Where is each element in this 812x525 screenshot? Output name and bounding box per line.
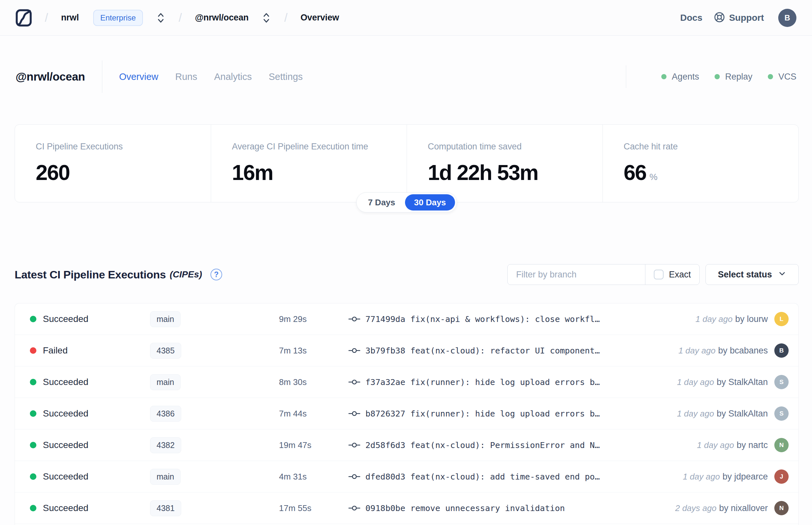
tab-runs[interactable]: Runs bbox=[175, 72, 198, 82]
exact-label: Exact bbox=[669, 270, 691, 280]
cipe-row[interactable]: Succeeded438117m 55s0918b0be remove unne… bbox=[15, 493, 798, 524]
section-title-suffix: (CIPEs) bbox=[170, 269, 202, 280]
green-dot-icon bbox=[661, 74, 667, 79]
branch-filter-input[interactable] bbox=[508, 265, 645, 285]
time-ago-label: 2 days ago bbox=[675, 503, 717, 513]
stat-value: 1d 22h 53m bbox=[428, 160, 602, 185]
row-meta: 1 day agoby lourw bbox=[695, 314, 768, 324]
breadcrumb-workspace[interactable]: nrwl bbox=[61, 13, 79, 23]
branch-column: 4386 bbox=[150, 406, 279, 422]
git-commit-icon bbox=[349, 441, 360, 449]
status-dot-icon bbox=[30, 505, 36, 511]
green-dot-icon bbox=[715, 74, 720, 79]
cipe-row[interactable]: Succeededmain8m 30sf37a32ae fix(runner):… bbox=[15, 366, 798, 398]
commit-message: dfed80d3 feat(nx-cloud): add time-saved … bbox=[365, 472, 683, 481]
cipe-row[interactable]: Failed43857m 13s3b79fb38 feat(nx-cloud):… bbox=[15, 335, 798, 366]
row-meta: 2 days agoby nixallover bbox=[675, 503, 768, 513]
breadcrumb-separator: / bbox=[45, 11, 48, 25]
git-commit-icon bbox=[349, 505, 360, 512]
duration-label: 7m 13s bbox=[279, 346, 349, 356]
chevron-down-icon bbox=[778, 269, 786, 280]
header-divider bbox=[102, 60, 102, 93]
commit-message: 2d58f6d3 feat(nx-cloud): PermissionError… bbox=[365, 440, 697, 450]
time-ago-label: 1 day ago bbox=[683, 472, 720, 481]
docs-link[interactable]: Docs bbox=[680, 13, 702, 23]
duration-label: 17m 55s bbox=[279, 503, 349, 513]
nx-cloud-logo-icon[interactable] bbox=[16, 9, 32, 27]
status-label: Succeeded bbox=[43, 408, 150, 419]
author-avatar: N bbox=[774, 438, 788, 452]
cipe-row[interactable]: Succeededmain9m 29s771499da fix(nx-api &… bbox=[15, 303, 798, 335]
toggle-7-days[interactable]: 7 Days bbox=[358, 194, 405, 211]
workspace-switcher-chevrons-icon[interactable] bbox=[156, 12, 166, 24]
time-ago-label: 1 day ago bbox=[677, 377, 714, 387]
branch-column: 4385 bbox=[150, 343, 279, 359]
row-meta: 1 day agoby jdpearce bbox=[683, 472, 768, 482]
commit-message: 0918b0be remove unnecessary invalidation bbox=[365, 503, 675, 513]
branch-filter-group: Exact bbox=[507, 264, 700, 285]
tab-settings[interactable]: Settings bbox=[269, 72, 303, 82]
author-label: by lourw bbox=[735, 314, 768, 324]
status-label: Succeeded bbox=[43, 377, 150, 387]
duration-label: 4m 31s bbox=[279, 472, 349, 482]
stat-value: 66% bbox=[624, 160, 798, 185]
indicator-vcs: VCS bbox=[768, 72, 796, 82]
author-avatar: N bbox=[774, 501, 788, 515]
indicator-replay: Replay bbox=[715, 72, 752, 82]
cipe-row[interactable]: Succeeded43867m 44sb8726327 fix(runner):… bbox=[15, 398, 798, 430]
period-toggle: 7 Days 30 Days bbox=[356, 192, 457, 212]
green-dot-icon bbox=[768, 74, 773, 79]
feature-indicators: Agents Replay VCS bbox=[626, 65, 796, 88]
tab-overview[interactable]: Overview bbox=[119, 72, 158, 82]
exact-checkbox[interactable] bbox=[654, 270, 663, 280]
author-avatar: L bbox=[774, 312, 788, 326]
enterprise-badge: Enterprise bbox=[93, 10, 143, 26]
branch-badge: 4385 bbox=[150, 343, 181, 359]
toggle-30-days[interactable]: 30 Days bbox=[405, 194, 455, 211]
section-title: Latest CI Pipeline Executions bbox=[15, 268, 166, 281]
author-avatar: B bbox=[774, 343, 788, 358]
breadcrumb-separator: / bbox=[179, 11, 182, 25]
row-meta: 1 day agoby StalkAltan bbox=[677, 409, 768, 419]
git-commit-icon bbox=[349, 410, 360, 417]
status-label: Succeeded bbox=[43, 314, 150, 324]
branch-badge: 4381 bbox=[150, 500, 181, 516]
status-dot-icon bbox=[30, 442, 36, 448]
commit-message: f37a32ae fix(runner): hide log upload er… bbox=[365, 377, 677, 387]
row-meta: 1 day agoby bcabanes bbox=[678, 346, 768, 356]
branch-badge: main bbox=[150, 469, 181, 485]
user-avatar[interactable]: B bbox=[778, 9, 796, 27]
stats-cards: CI Pipeline Executions 260 Average CI Pi… bbox=[15, 124, 799, 202]
project-tabs: Overview Runs Analytics Settings bbox=[119, 72, 303, 82]
author-label: by StalkAltan bbox=[717, 409, 768, 418]
branch-badge: 4386 bbox=[150, 406, 181, 422]
status-select-dropdown[interactable]: Select status bbox=[705, 264, 799, 285]
branch-badge: 4382 bbox=[150, 437, 181, 453]
stat-value: 260 bbox=[36, 160, 211, 185]
status-dot-icon bbox=[30, 410, 36, 417]
branch-column: main bbox=[150, 469, 279, 485]
top-navbar: / nrwl Enterprise / @nrwl/ocean / Overvi… bbox=[0, 0, 812, 36]
branch-column: main bbox=[150, 311, 279, 327]
support-link[interactable]: Support bbox=[714, 11, 764, 24]
author-label: by StalkAltan bbox=[717, 377, 768, 387]
commit-message: 3b79fb38 feat(nx-cloud): refactor UI com… bbox=[365, 346, 678, 356]
stat-ci-pipeline-executions: CI Pipeline Executions 260 bbox=[15, 125, 211, 202]
tab-analytics[interactable]: Analytics bbox=[214, 72, 252, 82]
status-dot-icon bbox=[30, 316, 36, 322]
breadcrumb-project[interactable]: @nrwl/ocean bbox=[195, 13, 248, 23]
git-commit-icon bbox=[349, 473, 360, 480]
branch-column: main bbox=[150, 374, 279, 390]
cipe-row[interactable]: Succeededmain4m 31sdfed80d3 feat(nx-clou… bbox=[15, 461, 798, 493]
cipe-row[interactable]: Succeeded438219m 47s2d58f6d3 feat(nx-clo… bbox=[15, 430, 798, 461]
cipe-table: Succeededmain9m 29s771499da fix(nx-api &… bbox=[15, 303, 799, 525]
breadcrumb-page: Overview bbox=[301, 13, 339, 23]
author-label: by jdpearce bbox=[722, 472, 768, 481]
project-switcher-chevrons-icon[interactable] bbox=[261, 12, 271, 24]
page-title: @nrwl/ocean bbox=[16, 70, 85, 83]
git-commit-icon bbox=[349, 347, 360, 354]
time-ago-label: 1 day ago bbox=[695, 314, 732, 324]
help-icon[interactable]: ? bbox=[211, 269, 222, 280]
percent-unit: % bbox=[649, 172, 657, 182]
status-label: Succeeded bbox=[43, 471, 150, 482]
